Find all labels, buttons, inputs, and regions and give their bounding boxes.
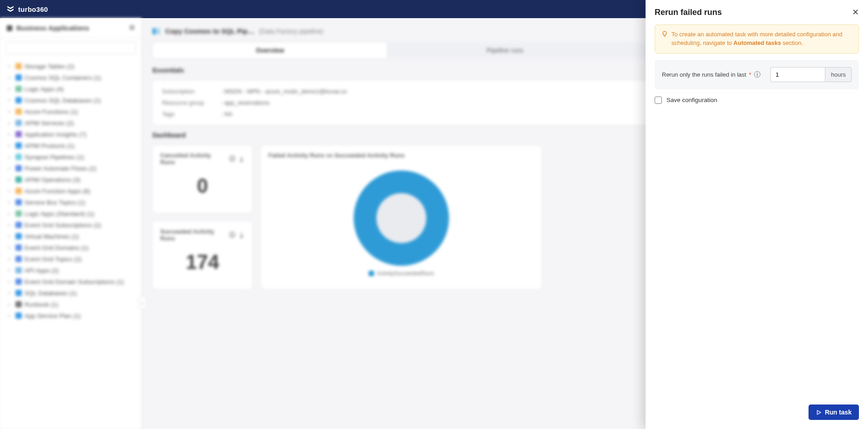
- sidebar-item-label: Event Grid Domain Subscriptions (1): [25, 278, 124, 285]
- sidebar-item[interactable]: Service Bus Topics (1): [8, 197, 138, 208]
- sidebar-item[interactable]: SQL Databases (1): [8, 288, 138, 299]
- resource-type-icon: [15, 267, 22, 273]
- sidebar-item-label: Storage Tables (2): [25, 63, 74, 70]
- tab-pipeline-runs[interactable]: Pipeline runs: [387, 42, 622, 58]
- sidebar-item-label: Runbook (1): [25, 301, 58, 308]
- resource-type-icon: [15, 63, 22, 69]
- sidebar-item[interactable]: Event Grid Domain Subscriptions (1): [8, 276, 138, 288]
- sidebar-item[interactable]: Azure Functions (1): [8, 106, 138, 117]
- resource-type-icon: [15, 131, 22, 137]
- resource-type-icon: [15, 256, 22, 262]
- sidebar-item-label: SQL Databases (1): [25, 290, 77, 297]
- resource-type-icon: [15, 278, 22, 285]
- hours-input[interactable]: [770, 67, 825, 82]
- lightbulb-icon: [661, 31, 668, 48]
- tab-overview[interactable]: Overview: [153, 42, 387, 58]
- sidebar-item[interactable]: Virtual Machines (1): [8, 231, 138, 242]
- resource-type-icon: [15, 154, 22, 160]
- sidebar-item[interactable]: Storage Tables (2): [8, 61, 138, 72]
- info-icon[interactable]: i: [754, 71, 760, 78]
- sidebar-item-label: Synapse Pipelines (1): [25, 154, 84, 161]
- sidebar-item[interactable]: Cosmos SQL Containers (1): [8, 72, 138, 83]
- resource-type-icon: [15, 108, 22, 115]
- chart-legend: ActivitySucceededRuns: [369, 270, 434, 277]
- sidebar-item[interactable]: Cosmos SQL Databases (1): [8, 95, 138, 106]
- resource-type-icon: [15, 176, 22, 183]
- sidebar-item-label: Cosmos SQL Containers (1): [25, 74, 101, 81]
- sidebar-item[interactable]: App Service Plan (1): [8, 310, 138, 322]
- sidebar-item-label: Logic Apps (4): [25, 86, 64, 93]
- save-config-checkbox[interactable]: [655, 97, 662, 104]
- pipeline-type: (Data Factory pipeline): [259, 28, 323, 35]
- resource-type-icon: [15, 199, 22, 205]
- resource-type-icon: [15, 233, 22, 239]
- resource-type-icon: [15, 120, 22, 126]
- close-icon[interactable]: ✕: [852, 7, 859, 17]
- required-mark: *: [749, 71, 751, 78]
- sidebar-item[interactable]: Event Grid Topics (2): [8, 253, 138, 265]
- sidebar-item-label: APIM Operations (3): [25, 176, 80, 183]
- sidebar-item[interactable]: Event Grid Domains (1): [8, 242, 138, 253]
- tip-callout: To create an automated task with more de…: [655, 24, 859, 54]
- sidebar-item[interactable]: Application Insights (7): [8, 129, 138, 140]
- donut-card: Failed Activity Runs vs Succeeded Activi…: [261, 145, 542, 289]
- rerun-hours-label: Rerun only the runs failed in last * i: [662, 71, 764, 78]
- sidebar-item[interactable]: Event Grid Subscriptions (2): [8, 219, 138, 231]
- run-task-button[interactable]: Run task: [809, 405, 859, 420]
- pipeline-icon: [153, 28, 161, 34]
- sidebar-item-label: Cosmos SQL Databases (1): [25, 97, 101, 104]
- hours-input-group: hours: [770, 67, 852, 82]
- sidebar-item[interactable]: Azure Function Apps (6): [8, 185, 138, 197]
- info-icon: ⓘ: [229, 155, 235, 163]
- sidebar-item[interactable]: APIM Services (2): [8, 117, 138, 129]
- sidebar-item[interactable]: Logic Apps (4): [8, 83, 138, 95]
- grid-icon: ▦: [6, 24, 13, 32]
- succeeded-runs-card: Succeeded Activity Runs ⓘ ⭳ 174: [153, 221, 252, 289]
- resource-type-icon: [15, 290, 22, 296]
- sidebar-item-label: Event Grid Domains (1): [25, 244, 89, 251]
- resource-type-icon: [15, 86, 22, 92]
- sidebar-item-label: Power Automate Flows (2): [25, 165, 96, 172]
- sidebar-item[interactable]: API Apps (2): [8, 265, 138, 276]
- info-icon: ⓘ: [229, 231, 235, 239]
- resource-type-icon: [15, 165, 22, 171]
- panel-title: Rerun failed runs: [655, 8, 722, 17]
- sidebar-item[interactable]: Logic Apps (Standard) (1): [8, 208, 138, 219]
- pipeline-title: Copy Cosmos to SQL Pip…: [165, 27, 254, 35]
- sidebar-header: ▦ Business Applications ⚙: [0, 18, 141, 38]
- automated-tasks-link[interactable]: Automated tasks: [734, 39, 781, 46]
- sidebar-item[interactable]: APIM Products (1): [8, 140, 138, 151]
- gear-icon[interactable]: ⚙: [129, 24, 135, 32]
- sidebar-item-label: Event Grid Topics (2): [25, 256, 82, 263]
- sidebar-item-label: Logic Apps (Standard) (1): [25, 210, 94, 217]
- resource-type-icon: [15, 210, 22, 217]
- sidebar-item-label: Application Insights (7): [25, 131, 87, 138]
- download-icon[interactable]: ⭳: [239, 156, 245, 162]
- tip-text: To create an automated task with more de…: [671, 30, 852, 48]
- sidebar-item-label: App Service Plan (1): [25, 312, 81, 319]
- sidebar-item[interactable]: Power Automate Flows (2): [8, 163, 138, 174]
- sidebar-item[interactable]: Runbook (1): [8, 299, 138, 310]
- sidebar-search-input[interactable]: [5, 41, 136, 54]
- download-icon[interactable]: ⭳: [239, 232, 245, 239]
- sidebar-item-label: API Apps (2): [25, 267, 59, 274]
- sidebar-item-label: Azure Functions (1): [25, 108, 78, 115]
- rerun-form-block: Rerun only the runs failed in last * i h…: [655, 60, 859, 89]
- play-icon: [816, 410, 822, 415]
- sidebar-item-label: Azure Function Apps (6): [25, 188, 90, 195]
- sidebar-item[interactable]: Synapse Pipelines (1): [8, 151, 138, 163]
- cancelled-runs-card: Cancelled Activity Runs ⓘ ⭳ 0: [153, 145, 252, 213]
- resource-type-icon: [15, 301, 22, 307]
- succeeded-runs-value: 174: [160, 251, 245, 273]
- resource-type-icon: [15, 97, 22, 103]
- resource-type-icon: [15, 222, 22, 228]
- panel-body: To create an automated task with more de…: [646, 23, 868, 398]
- sidebar-collapse-handle[interactable]: ‹: [138, 296, 146, 309]
- sidebar-item[interactable]: APIM Operations (3): [8, 174, 138, 185]
- sidebar-item-label: APIM Products (1): [25, 142, 74, 149]
- donut-chart: [354, 171, 449, 266]
- resource-type-icon: [15, 142, 22, 149]
- sidebar-item-label: Event Grid Subscriptions (2): [25, 222, 101, 229]
- sidebar: ▦ Business Applications ⚙ Storage Tables…: [0, 18, 142, 429]
- rerun-panel: Rerun failed runs ✕ To create an automat…: [646, 0, 868, 429]
